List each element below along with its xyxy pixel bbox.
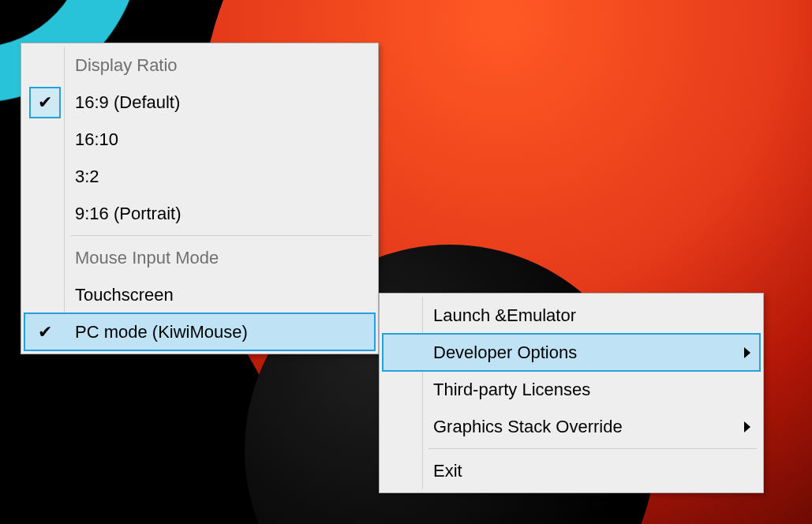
- developer-options-submenu: Display Ratio ✔ 16:9 (Default) 16:10 3:2…: [21, 43, 379, 354]
- header-label: Mouse Input Mode: [75, 248, 219, 268]
- menu-item-developer-options[interactable]: Developer Options: [383, 334, 760, 371]
- menu-item-label: Third-party Licenses: [433, 380, 590, 400]
- menu-separator: [428, 448, 757, 449]
- menu-item-label: Touchscreen: [75, 285, 174, 305]
- ratio-option-3-2[interactable]: 3:2: [24, 158, 375, 195]
- ratio-option-16-9[interactable]: ✔ 16:9 (Default): [24, 84, 375, 121]
- menu-item-graphics-stack-override[interactable]: Graphics Stack Override: [383, 408, 760, 445]
- menu-item-label: Exit: [433, 461, 462, 481]
- menu-item-label: 16:10: [75, 129, 118, 150]
- menu-item-launch-emulator[interactable]: Launch &Emulator: [383, 297, 760, 334]
- menu-item-label: Launch &Emulator: [433, 305, 576, 326]
- menu-item-label: 3:2: [75, 167, 99, 187]
- mouse-option-pc-mode[interactable]: ✔ PC mode (KiwiMouse): [24, 313, 375, 350]
- main-context-menu: Launch &Emulator Developer Options Third…: [379, 293, 764, 493]
- chevron-right-icon: [744, 421, 750, 432]
- mouse-option-touchscreen[interactable]: Touchscreen: [24, 276, 375, 313]
- menu-item-label: PC mode (KiwiMouse): [75, 322, 248, 342]
- menu-item-label: 9:16 (Portrait): [75, 204, 181, 224]
- mouse-input-header: Mouse Input Mode: [24, 239, 375, 276]
- display-ratio-header: Display Ratio: [24, 47, 375, 84]
- menu-item-label: Developer Options: [433, 342, 577, 363]
- ratio-option-16-10[interactable]: 16:10: [24, 121, 375, 158]
- menu-item-third-party-licenses[interactable]: Third-party Licenses: [383, 371, 760, 408]
- menu-separator: [70, 235, 372, 236]
- menu-item-exit[interactable]: Exit: [383, 452, 760, 489]
- ratio-option-9-16[interactable]: 9:16 (Portrait): [24, 195, 375, 232]
- check-icon: ✔: [29, 87, 61, 118]
- menu-item-label: Graphics Stack Override: [433, 417, 623, 437]
- chevron-right-icon: [744, 347, 750, 358]
- menu-item-label: 16:9 (Default): [75, 92, 180, 113]
- check-icon: ✔: [29, 316, 61, 348]
- header-label: Display Ratio: [75, 55, 178, 76]
